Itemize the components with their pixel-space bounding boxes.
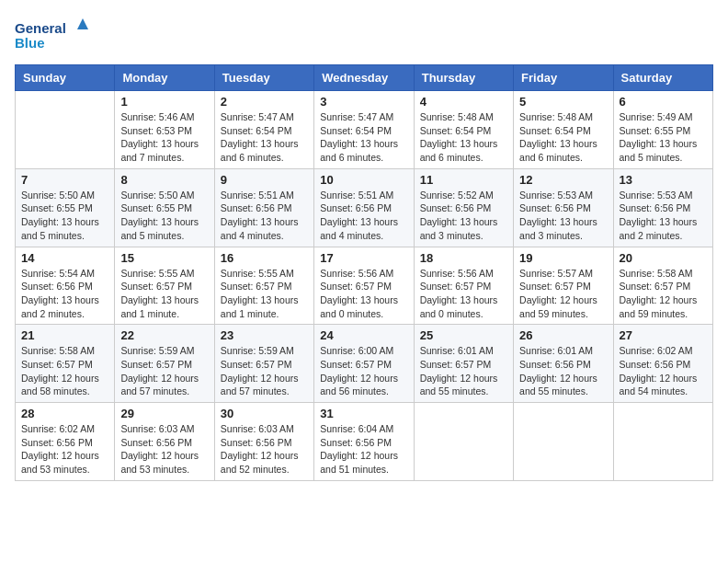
day-info: Sunrise: 5:59 AMSunset: 6:57 PMDaylight:… <box>120 344 208 398</box>
day-number: 9 <box>221 173 308 187</box>
day-number: 4 <box>420 95 507 109</box>
day-number: 25 <box>420 328 507 342</box>
day-number: 22 <box>120 328 208 342</box>
day-info: Sunrise: 5:53 AMSunset: 6:56 PMDaylight:… <box>620 189 707 243</box>
day-info: Sunrise: 5:53 AMSunset: 6:56 PMDaylight:… <box>519 189 607 243</box>
svg-marker-2 <box>77 18 88 29</box>
calendar-cell: 28Sunrise: 6:02 AMSunset: 6:56 PMDayligh… <box>16 403 115 481</box>
calendar-week-row: 21Sunrise: 5:58 AMSunset: 6:57 PMDayligh… <box>16 325 713 403</box>
day-number: 15 <box>120 251 208 265</box>
day-number: 24 <box>320 328 407 342</box>
day-info: Sunrise: 5:47 AMSunset: 6:54 PMDaylight:… <box>221 110 308 165</box>
day-number: 16 <box>221 251 308 265</box>
day-number: 7 <box>21 173 108 187</box>
day-info: Sunrise: 5:55 AMSunset: 6:57 PMDaylight:… <box>221 267 308 321</box>
day-info: Sunrise: 6:04 AMSunset: 6:56 PMDaylight:… <box>320 422 407 477</box>
day-info: Sunrise: 5:54 AMSunset: 6:56 PMDaylight:… <box>21 267 108 321</box>
day-info: Sunrise: 5:48 AMSunset: 6:54 PMDaylight:… <box>420 110 507 165</box>
calendar-cell: 7Sunrise: 5:50 AMSunset: 6:55 PMDaylight… <box>16 168 115 247</box>
weekday-header-tuesday: Tuesday <box>214 65 313 91</box>
day-number: 8 <box>120 173 208 187</box>
day-info: Sunrise: 5:49 AMSunset: 6:55 PMDaylight:… <box>620 110 707 165</box>
calendar-cell: 27Sunrise: 6:02 AMSunset: 6:56 PMDayligh… <box>613 325 712 403</box>
day-info: Sunrise: 6:03 AMSunset: 6:56 PMDaylight:… <box>221 422 308 477</box>
weekday-header-friday: Friday <box>514 65 613 91</box>
calendar-cell: 29Sunrise: 6:03 AMSunset: 6:56 PMDayligh… <box>115 403 214 481</box>
weekday-header-wednesday: Wednesday <box>314 65 414 91</box>
calendar-cell: 20Sunrise: 5:58 AMSunset: 6:57 PMDayligh… <box>613 247 712 325</box>
calendar-cell: 13Sunrise: 5:53 AMSunset: 6:56 PMDayligh… <box>613 168 712 247</box>
calendar-cell: 11Sunrise: 5:52 AMSunset: 6:56 PMDayligh… <box>414 168 513 247</box>
day-info: Sunrise: 5:51 AMSunset: 6:56 PMDaylight:… <box>320 189 407 243</box>
day-number: 30 <box>221 407 308 420</box>
day-number: 13 <box>620 173 707 187</box>
svg-text:Blue: Blue <box>15 35 45 51</box>
day-info: Sunrise: 6:00 AMSunset: 6:57 PMDaylight:… <box>320 344 407 398</box>
day-number: 27 <box>620 328 707 342</box>
day-info: Sunrise: 5:56 AMSunset: 6:57 PMDaylight:… <box>320 267 407 321</box>
day-number: 3 <box>320 95 407 109</box>
calendar-cell: 21Sunrise: 5:58 AMSunset: 6:57 PMDayligh… <box>16 325 115 403</box>
calendar-cell <box>514 403 613 481</box>
calendar-cell: 12Sunrise: 5:53 AMSunset: 6:56 PMDayligh… <box>514 168 613 247</box>
day-number: 11 <box>420 173 507 187</box>
day-number: 14 <box>21 251 108 265</box>
calendar-cell: 26Sunrise: 6:01 AMSunset: 6:56 PMDayligh… <box>514 325 613 403</box>
day-number: 2 <box>221 95 308 109</box>
calendar-table: SundayMondayTuesdayWednesdayThursdayFrid… <box>15 64 713 481</box>
page-header: General Blue <box>15 15 713 55</box>
calendar-cell: 14Sunrise: 5:54 AMSunset: 6:56 PMDayligh… <box>16 247 115 325</box>
calendar-cell: 8Sunrise: 5:50 AMSunset: 6:55 PMDaylight… <box>115 168 214 247</box>
svg-text:General: General <box>15 20 66 36</box>
day-number: 23 <box>221 328 308 342</box>
calendar-cell: 6Sunrise: 5:49 AMSunset: 6:55 PMDaylight… <box>613 91 712 169</box>
day-info: Sunrise: 5:47 AMSunset: 6:54 PMDaylight:… <box>320 110 407 165</box>
calendar-cell: 31Sunrise: 6:04 AMSunset: 6:56 PMDayligh… <box>314 403 414 481</box>
calendar-cell: 4Sunrise: 5:48 AMSunset: 6:54 PMDaylight… <box>414 91 513 169</box>
day-info: Sunrise: 5:58 AMSunset: 6:57 PMDaylight:… <box>21 344 108 398</box>
day-info: Sunrise: 5:59 AMSunset: 6:57 PMDaylight:… <box>221 344 308 398</box>
day-number: 29 <box>120 407 208 420</box>
calendar-week-row: 28Sunrise: 6:02 AMSunset: 6:56 PMDayligh… <box>16 403 713 481</box>
calendar-cell: 10Sunrise: 5:51 AMSunset: 6:56 PMDayligh… <box>314 168 414 247</box>
calendar-cell: 25Sunrise: 6:01 AMSunset: 6:57 PMDayligh… <box>414 325 513 403</box>
day-number: 20 <box>620 251 707 265</box>
calendar-cell: 15Sunrise: 5:55 AMSunset: 6:57 PMDayligh… <box>115 247 214 325</box>
day-number: 5 <box>519 95 607 109</box>
weekday-header-thursday: Thursday <box>414 65 513 91</box>
day-info: Sunrise: 6:02 AMSunset: 6:56 PMDaylight:… <box>620 344 707 398</box>
day-number: 17 <box>320 251 407 265</box>
calendar-cell: 23Sunrise: 5:59 AMSunset: 6:57 PMDayligh… <box>214 325 313 403</box>
day-number: 10 <box>320 173 407 187</box>
weekday-header-saturday: Saturday <box>613 65 712 91</box>
day-info: Sunrise: 5:50 AMSunset: 6:55 PMDaylight:… <box>21 189 108 243</box>
day-info: Sunrise: 6:01 AMSunset: 6:57 PMDaylight:… <box>420 344 507 398</box>
day-number: 26 <box>519 328 607 342</box>
calendar-cell <box>16 91 115 169</box>
day-info: Sunrise: 5:58 AMSunset: 6:57 PMDaylight:… <box>620 267 707 321</box>
calendar-week-row: 7Sunrise: 5:50 AMSunset: 6:55 PMDaylight… <box>16 168 713 247</box>
day-number: 21 <box>21 328 108 342</box>
day-info: Sunrise: 5:55 AMSunset: 6:57 PMDaylight:… <box>120 267 208 321</box>
calendar-cell <box>414 403 513 481</box>
calendar-cell: 2Sunrise: 5:47 AMSunset: 6:54 PMDaylight… <box>214 91 313 169</box>
day-info: Sunrise: 5:50 AMSunset: 6:55 PMDaylight:… <box>120 189 208 243</box>
day-number: 19 <box>519 251 607 265</box>
logo-svg: General Blue <box>15 15 88 55</box>
day-info: Sunrise: 5:46 AMSunset: 6:53 PMDaylight:… <box>120 110 208 165</box>
calendar-cell: 22Sunrise: 5:59 AMSunset: 6:57 PMDayligh… <box>115 325 214 403</box>
calendar-cell: 17Sunrise: 5:56 AMSunset: 6:57 PMDayligh… <box>314 247 414 325</box>
calendar-cell: 24Sunrise: 6:00 AMSunset: 6:57 PMDayligh… <box>314 325 414 403</box>
calendar-cell: 18Sunrise: 5:56 AMSunset: 6:57 PMDayligh… <box>414 247 513 325</box>
calendar-header-row: SundayMondayTuesdayWednesdayThursdayFrid… <box>16 65 713 91</box>
day-info: Sunrise: 6:02 AMSunset: 6:56 PMDaylight:… <box>21 422 108 477</box>
calendar-cell: 5Sunrise: 5:48 AMSunset: 6:54 PMDaylight… <box>514 91 613 169</box>
day-info: Sunrise: 6:01 AMSunset: 6:56 PMDaylight:… <box>519 344 607 398</box>
day-number: 12 <box>519 173 607 187</box>
day-info: Sunrise: 5:56 AMSunset: 6:57 PMDaylight:… <box>420 267 507 321</box>
day-info: Sunrise: 5:51 AMSunset: 6:56 PMDaylight:… <box>221 189 308 243</box>
calendar-cell: 16Sunrise: 5:55 AMSunset: 6:57 PMDayligh… <box>214 247 313 325</box>
day-number: 6 <box>620 95 707 109</box>
day-info: Sunrise: 6:03 AMSunset: 6:56 PMDaylight:… <box>120 422 208 477</box>
day-number: 1 <box>120 95 208 109</box>
